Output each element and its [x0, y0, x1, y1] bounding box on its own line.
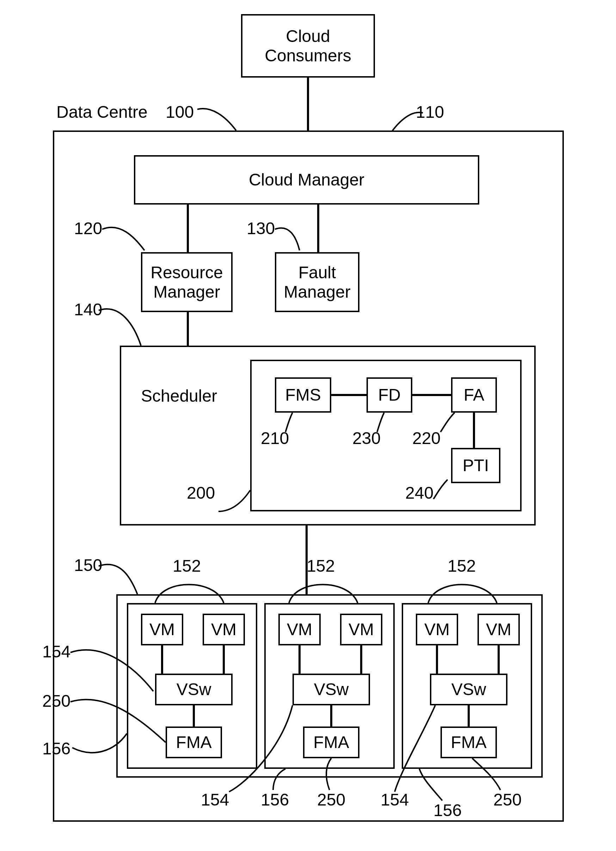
vm-label: VM	[211, 619, 237, 639]
pm3-fma: FMA	[441, 726, 497, 758]
vm-label: VM	[349, 619, 374, 639]
fault-manager-label: Fault Manager	[284, 263, 350, 302]
fma-label: FMA	[176, 732, 211, 752]
fma-label: FMA	[451, 732, 486, 752]
ref-154b: 154	[201, 790, 229, 809]
connector	[187, 204, 189, 252]
connector	[223, 645, 225, 674]
connector	[317, 204, 319, 252]
pm1-vm2: VM	[202, 613, 245, 645]
diagram-canvas: Cloud Consumers Data Centre 100 110 Clou…	[0, 0, 616, 851]
pm1-vsw: VSw	[155, 674, 232, 705]
ref-250b: 250	[317, 790, 345, 809]
vsw-label: VSw	[314, 680, 349, 699]
pti-label: PTI	[463, 456, 489, 475]
connector	[436, 645, 438, 674]
fms-box: FMS	[275, 377, 331, 413]
fault-manager-box: Fault Manager	[275, 252, 360, 312]
ref-156b: 156	[261, 790, 289, 809]
connector	[161, 645, 163, 674]
connector	[498, 645, 500, 674]
fms-label: FMS	[285, 385, 321, 404]
pm2-vm1: VM	[279, 613, 321, 645]
data-centre-label: Data Centre	[56, 102, 148, 122]
fma-label: FMA	[313, 732, 349, 752]
ref-150: 150	[74, 555, 102, 575]
fd-label: FD	[378, 385, 401, 404]
resource-manager-box: Resource Manager	[141, 252, 232, 312]
ref-156c: 156	[433, 801, 462, 820]
ref-130: 130	[247, 219, 275, 238]
ref-120: 120	[74, 219, 102, 238]
connector	[298, 645, 301, 674]
connector	[187, 312, 189, 346]
cloud-manager-box: Cloud Manager	[134, 155, 479, 204]
connector	[331, 394, 367, 396]
ref-156a: 156	[42, 739, 70, 758]
pm3-vsw: VSw	[430, 674, 508, 705]
pm2-fma: FMA	[303, 726, 360, 758]
ref-110: 110	[416, 102, 444, 122]
leader-100	[197, 106, 240, 134]
pm1-vm1: VM	[141, 613, 183, 645]
resource-manager-label: Resource Manager	[150, 263, 223, 302]
ref-250a: 250	[42, 691, 70, 711]
ref-210: 210	[261, 429, 289, 448]
fa-label: FA	[464, 385, 484, 404]
ref-154c: 154	[381, 790, 409, 809]
fa-box: FA	[451, 377, 497, 413]
pm2-vm2: VM	[340, 613, 382, 645]
cloud-manager-label: Cloud Manager	[249, 170, 364, 189]
ref-140: 140	[74, 300, 102, 319]
connector	[412, 394, 451, 396]
connector	[360, 645, 362, 674]
pm3-vm2: VM	[478, 613, 520, 645]
pti-box: PTI	[451, 448, 501, 483]
vm-label: VM	[424, 619, 450, 639]
ref-152a: 152	[173, 556, 201, 576]
pm2-vsw: VSw	[292, 674, 370, 705]
connector	[473, 413, 475, 448]
ref-100: 100	[166, 102, 194, 122]
connector	[193, 705, 195, 726]
vm-label: VM	[287, 619, 312, 639]
ref-220: 220	[412, 429, 441, 448]
vsw-label: VSw	[177, 680, 211, 699]
vm-label: VM	[150, 619, 175, 639]
ref-240: 240	[405, 483, 433, 502]
pm1-fma: FMA	[166, 726, 222, 758]
cloud-consumers-box: Cloud Consumers	[241, 14, 375, 78]
ref-200: 200	[187, 483, 215, 502]
vm-label: VM	[486, 619, 511, 639]
pm3-vm1: VM	[416, 613, 458, 645]
connector	[468, 705, 470, 726]
cloud-consumers-label: Cloud Consumers	[265, 26, 351, 65]
fd-box: FD	[367, 377, 412, 413]
connector	[330, 705, 332, 726]
ref-250c: 250	[493, 790, 522, 809]
ref-152b: 152	[307, 556, 335, 576]
ref-230: 230	[352, 429, 381, 448]
vsw-label: VSw	[451, 680, 486, 699]
ref-154a: 154	[42, 642, 70, 661]
ref-152c: 152	[448, 556, 476, 576]
scheduler-label: Scheduler	[141, 386, 217, 406]
